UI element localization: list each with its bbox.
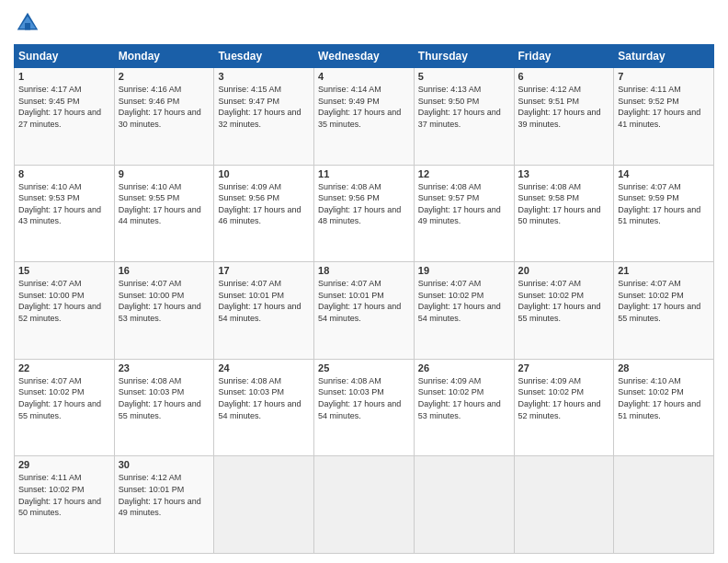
day-info: Sunrise: 4:10 AM Sunset: 9:53 PM Dayligh… [18,181,110,227]
day-number: 4 [318,71,410,82]
calendar-cell: 30 Sunrise: 4:12 AM Sunset: 10:01 PM Day… [114,456,214,554]
calendar-cell: 14 Sunrise: 4:07 AM Sunset: 9:59 PM Dayl… [614,165,714,262]
day-info: Sunrise: 4:07 AM Sunset: 10:02 PM Daylig… [618,278,710,324]
day-number: 11 [318,168,410,179]
day-info: Sunrise: 4:17 AM Sunset: 9:45 PM Dayligh… [18,84,110,130]
calendar-cell: 1 Sunrise: 4:17 AM Sunset: 9:45 PM Dayli… [15,68,115,166]
day-number: 23 [119,362,210,373]
calendar-cell: 18 Sunrise: 4:07 AM Sunset: 10:01 PM Day… [314,262,415,360]
day-header-tuesday: Tuesday [214,45,314,68]
calendar-cell: 13 Sunrise: 4:08 AM Sunset: 9:58 PM Dayl… [514,165,614,262]
calendar-week-3: 15 Sunrise: 4:07 AM Sunset: 10:00 PM Day… [15,262,714,360]
calendar-cell: 27 Sunrise: 4:09 AM Sunset: 10:02 PM Day… [514,359,614,456]
day-info: Sunrise: 4:08 AM Sunset: 9:56 PM Dayligh… [318,181,410,227]
calendar-cell: 5 Sunrise: 4:13 AM Sunset: 9:50 PM Dayli… [414,68,514,166]
day-number: 13 [518,168,610,179]
day-info: Sunrise: 4:07 AM Sunset: 10:02 PM Daylig… [418,278,510,324]
calendar-cell: 17 Sunrise: 4:07 AM Sunset: 10:01 PM Day… [214,262,314,360]
day-number: 10 [218,168,310,179]
day-info: Sunrise: 4:08 AM Sunset: 10:03 PM Daylig… [119,375,210,421]
day-info: Sunrise: 4:08 AM Sunset: 9:58 PM Dayligh… [518,181,610,227]
calendar-cell: 4 Sunrise: 4:14 AM Sunset: 9:49 PM Dayli… [314,68,415,166]
day-number: 16 [119,265,210,276]
day-info: Sunrise: 4:12 AM Sunset: 9:51 PM Dayligh… [518,84,610,130]
day-number: 1 [18,71,110,82]
logo-icon [14,9,41,37]
calendar-cell: 22 Sunrise: 4:07 AM Sunset: 10:02 PM Day… [15,359,115,456]
page: SundayMondayTuesdayWednesdayThursdayFrid… [0,0,728,563]
calendar-cell: 29 Sunrise: 4:11 AM Sunset: 10:02 PM Day… [15,456,115,554]
calendar-week-4: 22 Sunrise: 4:07 AM Sunset: 10:02 PM Day… [15,359,714,456]
day-number: 14 [618,168,710,179]
day-info: Sunrise: 4:15 AM Sunset: 9:47 PM Dayligh… [218,84,310,130]
calendar-week-1: 1 Sunrise: 4:17 AM Sunset: 9:45 PM Dayli… [15,68,714,166]
day-number: 6 [518,71,610,82]
day-header-thursday: Thursday [414,45,514,68]
day-info: Sunrise: 4:10 AM Sunset: 10:02 PM Daylig… [618,375,710,421]
day-number: 30 [119,459,210,470]
day-number: 22 [18,362,110,373]
calendar-cell [414,456,514,554]
calendar-week-2: 8 Sunrise: 4:10 AM Sunset: 9:53 PM Dayli… [15,165,714,262]
calendar-cell: 19 Sunrise: 4:07 AM Sunset: 10:02 PM Day… [414,262,514,360]
day-info: Sunrise: 4:11 AM Sunset: 10:02 PM Daylig… [18,472,110,518]
calendar-cell: 15 Sunrise: 4:07 AM Sunset: 10:00 PM Day… [15,262,115,360]
day-number: 12 [418,168,510,179]
calendar-cell: 10 Sunrise: 4:09 AM Sunset: 9:56 PM Dayl… [214,165,314,262]
day-number: 21 [618,265,710,276]
calendar-cell: 20 Sunrise: 4:07 AM Sunset: 10:02 PM Day… [514,262,614,360]
day-info: Sunrise: 4:08 AM Sunset: 10:03 PM Daylig… [318,375,410,421]
day-info: Sunrise: 4:09 AM Sunset: 10:02 PM Daylig… [418,375,510,421]
day-number: 26 [418,362,510,373]
day-number: 5 [418,71,510,82]
calendar-cell: 9 Sunrise: 4:10 AM Sunset: 9:55 PM Dayli… [114,165,214,262]
day-header-saturday: Saturday [614,45,714,68]
day-info: Sunrise: 4:07 AM Sunset: 10:00 PM Daylig… [18,278,110,324]
day-number: 25 [318,362,410,373]
day-info: Sunrise: 4:09 AM Sunset: 9:56 PM Dayligh… [218,181,310,227]
day-info: Sunrise: 4:07 AM Sunset: 10:00 PM Daylig… [119,278,210,324]
calendar-cell: 25 Sunrise: 4:08 AM Sunset: 10:03 PM Day… [314,359,415,456]
day-info: Sunrise: 4:16 AM Sunset: 9:46 PM Dayligh… [119,84,210,130]
calendar-cell: 2 Sunrise: 4:16 AM Sunset: 9:46 PM Dayli… [114,68,214,166]
logo [14,9,45,37]
day-number: 17 [218,265,310,276]
calendar-cell: 12 Sunrise: 4:08 AM Sunset: 9:57 PM Dayl… [414,165,514,262]
calendar-cell [314,456,415,554]
day-number: 18 [318,265,410,276]
day-info: Sunrise: 4:07 AM Sunset: 10:02 PM Daylig… [518,278,610,324]
day-info: Sunrise: 4:11 AM Sunset: 9:52 PM Dayligh… [618,84,710,130]
day-number: 9 [119,168,210,179]
calendar-cell: 3 Sunrise: 4:15 AM Sunset: 9:47 PM Dayli… [214,68,314,166]
calendar-cell: 8 Sunrise: 4:10 AM Sunset: 9:53 PM Dayli… [15,165,115,262]
day-header-wednesday: Wednesday [314,45,415,68]
calendar-cell: 7 Sunrise: 4:11 AM Sunset: 9:52 PM Dayli… [614,68,714,166]
day-number: 27 [518,362,610,373]
calendar-cell [214,456,314,554]
calendar-cell: 28 Sunrise: 4:10 AM Sunset: 10:02 PM Day… [614,359,714,456]
day-header-monday: Monday [114,45,214,68]
calendar-cell: 26 Sunrise: 4:09 AM Sunset: 10:02 PM Day… [414,359,514,456]
calendar-cell: 16 Sunrise: 4:07 AM Sunset: 10:00 PM Day… [114,262,214,360]
calendar-week-5: 29 Sunrise: 4:11 AM Sunset: 10:02 PM Day… [15,456,714,554]
calendar-table: SundayMondayTuesdayWednesdayThursdayFrid… [14,44,714,554]
day-info: Sunrise: 4:08 AM Sunset: 9:57 PM Dayligh… [418,181,510,227]
day-number: 7 [618,71,710,82]
day-info: Sunrise: 4:14 AM Sunset: 9:49 PM Dayligh… [318,84,410,130]
calendar-cell: 23 Sunrise: 4:08 AM Sunset: 10:03 PM Day… [114,359,214,456]
calendar-cell [614,456,714,554]
calendar-cell: 21 Sunrise: 4:07 AM Sunset: 10:02 PM Day… [614,262,714,360]
day-number: 28 [618,362,710,373]
day-number: 29 [18,459,110,470]
calendar-cell: 6 Sunrise: 4:12 AM Sunset: 9:51 PM Dayli… [514,68,614,166]
header [14,9,714,37]
day-info: Sunrise: 4:07 AM Sunset: 9:59 PM Dayligh… [618,181,710,227]
day-info: Sunrise: 4:12 AM Sunset: 10:01 PM Daylig… [119,472,210,518]
day-info: Sunrise: 4:08 AM Sunset: 10:03 PM Daylig… [218,375,310,421]
day-number: 20 [518,265,610,276]
day-number: 3 [218,71,310,82]
calendar-header-row: SundayMondayTuesdayWednesdayThursdayFrid… [15,45,714,68]
day-number: 15 [18,265,110,276]
calendar-cell: 11 Sunrise: 4:08 AM Sunset: 9:56 PM Dayl… [314,165,415,262]
day-info: Sunrise: 4:13 AM Sunset: 9:50 PM Dayligh… [418,84,510,130]
